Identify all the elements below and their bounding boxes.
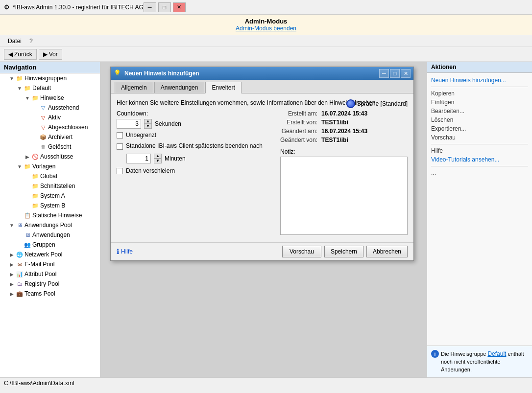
standalone-checkbox[interactable] xyxy=(117,143,123,150)
sidebar-item-anwendungs-pool[interactable]: ▼ 🖥 Anwendungs Pool xyxy=(0,220,100,230)
action-preview[interactable]: Vorschau xyxy=(431,133,528,142)
sidebar-item-ausschluesse[interactable]: ▶ 🚫 Ausschlüsse xyxy=(0,152,100,162)
erstellt-von-value: TEST1\ibi xyxy=(321,119,408,126)
folder-icon: 📁 xyxy=(31,192,39,200)
folder-icon: 📁 xyxy=(31,202,39,209)
admin-mode-link[interactable]: Admin-Modus beenden xyxy=(0,25,532,32)
tab-anwendungen[interactable]: Anwendungen xyxy=(154,82,205,93)
modal-right-col: Erstellt am: 16.07.2024 15:43 Erstellt v… xyxy=(280,110,408,236)
menu-help[interactable]: ? xyxy=(25,37,37,46)
sidebar-item-hinweisgruppen[interactable]: ▼ 📁 Hinweisgruppen xyxy=(0,73,100,83)
exclude-icon: 🚫 xyxy=(31,153,39,161)
sidebar-item-teams-pool[interactable]: ▶ 💼 Teams Pool xyxy=(0,289,100,299)
modal-content: Hier können Sie weitere Einstellungen vo… xyxy=(111,93,413,242)
modal-help-section: ℹ Hilfe xyxy=(117,248,133,255)
action-delete[interactable]: Löschen xyxy=(431,116,528,124)
menu-datei[interactable]: Datei xyxy=(4,37,25,46)
email-icon: ✉ xyxy=(16,260,24,268)
daten-verschleiern-label: Daten verschleiern xyxy=(126,167,175,174)
modal-close-button[interactable]: ✕ xyxy=(401,69,411,78)
blank-icon xyxy=(24,182,31,190)
daten-verschleiern-checkbox[interactable] xyxy=(117,168,123,174)
sidebar-item-system-a[interactable]: 📁 System A xyxy=(0,191,100,201)
minuten-label: Minuten xyxy=(165,155,186,162)
back-button[interactable]: ◀ Zurück xyxy=(4,49,37,60)
sidebar-item-ausstehend[interactable]: ▽ Ausstehend xyxy=(0,103,100,113)
filter-icon: ▽ xyxy=(39,104,47,112)
globe-icon xyxy=(346,99,355,108)
action-paste[interactable]: Einfügen xyxy=(431,98,528,107)
sidebar-item-schnittstellen[interactable]: 📁 Schnittstellen xyxy=(0,181,100,191)
folder-icon: 📁 xyxy=(31,172,39,180)
sidebar-item-abgeschlossen[interactable]: ▽ Abgeschlossen xyxy=(0,122,100,132)
filter-icon: ▽ xyxy=(39,123,47,131)
modal-maximize-button[interactable]: □ xyxy=(390,69,400,78)
sidebar-item-email-pool[interactable]: ▶ ✉ E-Mail Pool xyxy=(0,259,100,269)
sidebar-item-default[interactable]: ▼ 📁 Default xyxy=(0,83,100,93)
language-selector[interactable]: Sprache [Standard] xyxy=(346,99,408,108)
forward-arrow-icon: ▶ xyxy=(43,51,48,58)
notiz-textarea[interactable] xyxy=(280,157,408,235)
modal-add-hint: 💡 Neuen Hinweis hinzufügen ─ □ ✕ Allgeme… xyxy=(110,67,414,261)
action-export[interactable]: Exportieren... xyxy=(431,124,528,133)
help-label[interactable]: Hilfe xyxy=(121,248,133,255)
sidebar-item-gruppen[interactable]: 👥 Gruppen xyxy=(0,240,100,250)
tab-erweitert[interactable]: Erweitert xyxy=(205,82,241,93)
modal-minimize-button[interactable]: ─ xyxy=(379,69,389,78)
sidebar-item-statische-hinweise[interactable]: 📋 Statische Hinweise xyxy=(0,210,100,220)
app-pool-icon: 🖥 xyxy=(16,221,24,229)
action-help[interactable]: Hilfe xyxy=(431,146,528,155)
sidebar-item-netzwerk-pool[interactable]: ▶ 🌐 Netzwerk Pool xyxy=(0,250,100,259)
help-icon: ℹ xyxy=(117,248,119,255)
tab-allgemein[interactable]: Allgemein xyxy=(115,82,153,93)
maximize-button[interactable]: □ xyxy=(158,2,171,12)
sidebar-item-attribut-pool[interactable]: ▶ 📊 Attribut Pool xyxy=(0,269,100,279)
sidebar-item-geloescht[interactable]: 🗑 Gelöscht xyxy=(0,142,100,152)
folder-icon: 📁 xyxy=(24,84,31,92)
title-bar-controls: ─ □ ✕ xyxy=(144,2,186,12)
minuten-down-button[interactable]: ▼ xyxy=(154,159,162,163)
trash-icon: 🗑 xyxy=(39,143,47,151)
minimize-button[interactable]: ─ xyxy=(144,2,156,12)
folder-icon: 📁 xyxy=(16,74,24,82)
minuten-up-button[interactable]: ▲ xyxy=(154,154,162,159)
info-link[interactable]: Default xyxy=(487,350,506,357)
action-video[interactable]: Video-Tutorials ansehen... xyxy=(431,155,528,164)
action-copy[interactable]: Kopieren xyxy=(431,89,528,98)
blank-icon xyxy=(24,192,31,200)
close-button[interactable]: ✕ xyxy=(173,2,186,12)
action-separator-1 xyxy=(431,87,528,87)
unbegrenzt-checkbox[interactable] xyxy=(117,132,123,139)
info-grid: Erstellt am: 16.07.2024 15:43 Erstellt v… xyxy=(280,110,408,143)
status-bar: C:\IBI-aws\Admin\Data.xml xyxy=(0,377,532,388)
sidebar-item-archiviert[interactable]: 📦 Archiviert xyxy=(0,132,100,142)
countdown-down-button[interactable]: ▼ xyxy=(144,124,152,129)
modal-controls: ─ □ ✕ xyxy=(379,69,411,78)
countdown-label: Countdown: xyxy=(117,110,270,117)
cancel-button[interactable]: Abbrechen xyxy=(366,246,408,257)
sidebar-item-registry-pool[interactable]: ▶ 🗂 Registry Pool xyxy=(0,279,100,289)
save-button[interactable]: Speichern xyxy=(324,246,363,257)
sidebar-item-vorlagen[interactable]: ▼ 📁 Vorlagen xyxy=(0,162,100,171)
notiz-section: Notiz: xyxy=(280,148,408,236)
minuten-input[interactable] xyxy=(126,154,151,163)
sidebar-item-aktiv[interactable]: ▽ Aktiv xyxy=(0,113,100,122)
countdown-input[interactable] xyxy=(117,119,141,129)
expand-icon: ▶ xyxy=(8,251,16,258)
blank-icon xyxy=(31,143,39,151)
registry-icon: 🗂 xyxy=(16,280,24,288)
sidebar-item-hinweise[interactable]: ▼ 📁 Hinweise xyxy=(0,93,100,103)
sidebar-header: Navigation xyxy=(0,62,100,73)
sidebar-item-global[interactable]: 📁 Global xyxy=(0,171,100,181)
preview-button[interactable]: Vorschau xyxy=(282,246,321,257)
actions-list: Neuen Hinweis hinzufügen... Kopieren Ein… xyxy=(427,73,532,346)
countdown-up-button[interactable]: ▲ xyxy=(144,119,152,124)
action-edit[interactable]: Bearbeiten... xyxy=(431,107,528,116)
language-label: Sprache [Standard] xyxy=(357,100,408,107)
action-add-hint[interactable]: Neuen Hinweis hinzufügen... xyxy=(431,76,528,85)
sidebar-item-system-b[interactable]: 📁 System B xyxy=(0,201,100,210)
sidebar-item-anwendungen[interactable]: 🖥 Anwendungen xyxy=(0,230,100,240)
forward-button[interactable]: ▶ Vor xyxy=(39,49,62,60)
unbegrenzt-row: Unbegrenzt xyxy=(117,132,270,139)
action-more[interactable]: ... xyxy=(431,168,528,177)
